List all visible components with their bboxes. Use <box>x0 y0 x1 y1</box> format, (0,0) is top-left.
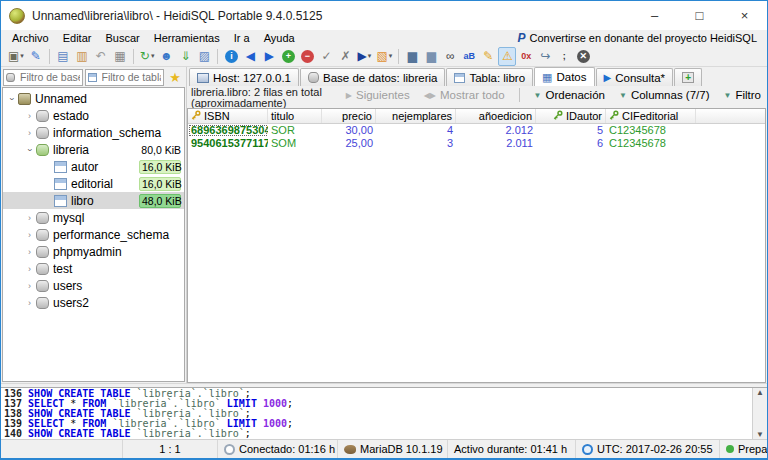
tree-item-unnamed[interactable]: ›Unnamed <box>3 90 184 107</box>
expand-icon[interactable]: › <box>24 298 35 308</box>
tree-item-estado[interactable]: ›estado <box>3 107 184 124</box>
expand-icon[interactable]: › <box>24 264 35 274</box>
stop-icon[interactable]: ✕ <box>574 47 592 66</box>
export-database-icon[interactable]: ⇓ <box>176 47 194 66</box>
tree-item-users2[interactable]: ›users2 <box>3 294 184 311</box>
grid-cell[interactable]: C12345678 <box>606 124 696 137</box>
tree-item-performance-schema[interactable]: ›performance_schema <box>3 226 184 243</box>
grid-cell[interactable]: 6896369875304 <box>188 124 268 137</box>
tree-item-editorial[interactable]: editorial16,0 KiB <box>3 175 184 192</box>
save-icon[interactable]: ▆ <box>403 47 421 66</box>
refresh-icon[interactable]: ↻▾ <box>138 47 157 66</box>
next-result-icon[interactable]: ▶ <box>260 47 278 66</box>
grid-cell[interactable]: 3 <box>376 137 456 150</box>
menu-item-ir-a[interactable]: Ir a <box>227 30 257 46</box>
columns-button[interactable]: ▼Columnas (7/7) <box>619 89 710 101</box>
previous-result-icon[interactable]: ◀ <box>241 47 259 66</box>
print-icon[interactable]: ▦ <box>111 47 129 66</box>
save-as-icon[interactable]: ▆ <box>422 47 440 66</box>
info-icon[interactable]: i <box>222 47 240 66</box>
expand-icon[interactable]: › <box>24 281 35 291</box>
grid-cell[interactable]: SOM <box>268 137 322 150</box>
tree-item-autor[interactable]: autor16,0 KiB <box>3 158 184 175</box>
hex-view-icon[interactable]: 0x <box>517 47 535 66</box>
find-text-icon[interactable]: ▧▾ <box>374 47 394 66</box>
db-icon <box>36 297 49 309</box>
tree-item-libro[interactable]: libro48,0 KiB <box>3 192 184 209</box>
connect-icon[interactable]: ✎ <box>27 47 45 66</box>
collapse-icon[interactable]: › <box>25 144 35 155</box>
execute-sql-icon[interactable]: ▶▾ <box>355 47 373 66</box>
grid-cell[interactable]: 9540615377117 <box>188 137 268 150</box>
tree-item-phpmyadmin[interactable]: ›phpmyadmin <box>3 243 184 260</box>
menu-item-herramientas[interactable]: Herramientas <box>147 30 227 46</box>
scroll-down-icon[interactable]: ▼ <box>756 430 764 439</box>
filter-button[interactable]: ▼Filtro <box>724 89 761 101</box>
expand-icon[interactable]: › <box>24 128 35 138</box>
grid-cell[interactable]: 6 <box>536 137 606 150</box>
column-header-titulo[interactable]: titulo <box>268 109 322 123</box>
tree-item-libreria[interactable]: ›libreria80,0 KiB <box>3 141 184 158</box>
tree-item-information-schema[interactable]: ›information_schema <box>3 124 184 141</box>
tab-datos[interactable]: ▦Datos <box>534 67 594 86</box>
expand-icon[interactable]: › <box>24 213 35 223</box>
column-header-idautor[interactable]: IDautor <box>536 109 606 123</box>
filter-warning-icon[interactable]: ⚠ <box>498 47 516 66</box>
column-header-isbn[interactable]: ISBN <box>188 109 268 123</box>
delimiter-icon[interactable]: ; <box>555 47 573 66</box>
column-header-nejemplares[interactable]: nejemplares <box>376 109 456 123</box>
menu-item-editar[interactable]: Editar <box>56 30 99 46</box>
expand-icon[interactable]: › <box>24 247 35 257</box>
expand-icon[interactable]: › <box>24 230 35 240</box>
dropdown-arrow-icon: ▾ <box>368 52 372 60</box>
expand-icon[interactable]: › <box>24 111 35 121</box>
grid-cell[interactable]: SOR <box>268 124 322 137</box>
tree-item-label: autor <box>71 160 139 174</box>
donate-link[interactable]: P Convertirse en donante del proyecto He… <box>518 31 767 45</box>
tree-item-mysql[interactable]: ›mysql <box>3 209 184 226</box>
grid-cell[interactable]: C12345678 <box>606 137 696 150</box>
sorting-button[interactable]: ▼Ordenación <box>534 89 605 101</box>
menu-item-buscar[interactable]: Buscar <box>98 30 146 46</box>
post-changes-icon[interactable]: ✓ <box>317 47 335 66</box>
copy-icon[interactable]: ▤ <box>54 47 72 66</box>
grid-cell[interactable]: 30,00 <box>322 124 376 137</box>
tab-host-127-0-0-1[interactable]: Host: 127.0.0.1 <box>189 68 299 86</box>
tab-new-query[interactable]: + <box>674 68 702 86</box>
tab-consulta[interactable]: ▶Consulta* <box>596 68 674 86</box>
goto-icon[interactable]: ↪ <box>536 47 554 66</box>
bulk-insert-icon[interactable]: ▨ <box>195 47 213 66</box>
log-scrollbar[interactable]: ▲ ▼ <box>752 388 767 439</box>
column-header-precio[interactable]: precio <box>322 109 376 123</box>
tree-item-users[interactable]: ›users <box>3 277 184 294</box>
undo-icon[interactable]: ↶ <box>92 47 110 66</box>
grid-cell[interactable]: 2.011 <box>456 137 536 150</box>
tree-item-test[interactable]: ›test <box>3 260 184 277</box>
grid-cell[interactable]: 2.012 <box>456 124 536 137</box>
edit-pencil-icon[interactable]: ✎ <box>479 47 497 66</box>
grid-cell[interactable]: 25,00 <box>322 137 376 150</box>
collapse-icon[interactable]: › <box>7 93 17 104</box>
tab-tabla-libro[interactable]: Tabla: libro <box>446 68 533 86</box>
discard-changes-icon[interactable]: ✗ <box>336 47 354 66</box>
column-label: IDautor <box>566 110 602 122</box>
scroll-up-icon[interactable]: ▲ <box>756 388 764 397</box>
grid-cell[interactable]: 5 <box>536 124 606 137</box>
case-sensitive-icon[interactable]: aB <box>460 47 478 66</box>
column-header-a-oedicion[interactable]: añoedicion <box>456 109 536 123</box>
menu-item-archivo[interactable]: Archivo <box>5 30 56 46</box>
close-button[interactable]: × <box>722 1 767 30</box>
favorites-star-icon[interactable]: ★ <box>166 70 184 85</box>
paste-icon[interactable]: ▥ <box>73 47 91 66</box>
menu-item-ayuda[interactable]: Ayuda <box>257 30 302 46</box>
maximize-button[interactable]: □ <box>677 1 722 30</box>
session-manager-icon[interactable]: ▣▾ <box>6 47 26 66</box>
column-header-cifeditorial[interactable]: CIFeditorial <box>606 109 696 123</box>
delete-row-icon[interactable]: − <box>298 47 316 66</box>
minimize-button[interactable]: – <box>632 1 677 30</box>
grid-cell[interactable]: 4 <box>376 124 456 137</box>
tab-base-de-datos-libreria[interactable]: Base de datos: libreria <box>300 68 445 86</box>
search-binoculars-icon[interactable]: ∞ <box>441 47 459 66</box>
user-manager-icon[interactable]: ☻ <box>157 47 175 66</box>
insert-row-icon[interactable]: + <box>279 47 297 66</box>
